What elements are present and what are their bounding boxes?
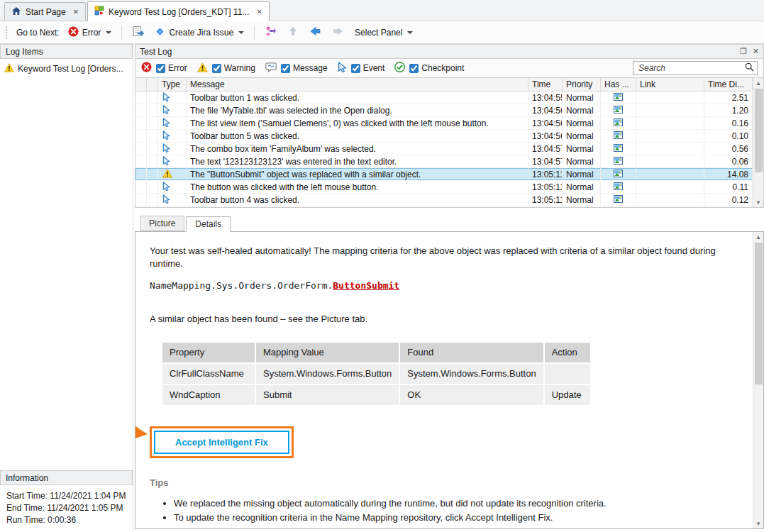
message-checkbox[interactable] xyxy=(281,64,290,73)
go-to-next-error-dropdown[interactable]: Error xyxy=(65,24,116,41)
header-action: Action xyxy=(545,343,590,362)
log-items-tree: Keyword Test Log [Orders... xyxy=(0,59,133,470)
event-icon xyxy=(162,156,170,167)
back-arrow-icon xyxy=(309,26,321,39)
search-box[interactable] xyxy=(633,61,758,75)
col-message[interactable]: Message xyxy=(187,78,528,91)
jira-icon xyxy=(155,26,165,39)
post-issue-button[interactable] xyxy=(128,23,148,42)
close-icon[interactable]: ✕ xyxy=(73,9,79,16)
log-row[interactable]: Toolbar button 5 was clicked. 13:04:56 N… xyxy=(135,130,753,143)
search-input[interactable] xyxy=(638,63,745,73)
log-table-header: Type Message Time Priority Has ... Link … xyxy=(135,78,753,92)
create-jira-issue-button[interactable]: Create Jira Issue xyxy=(151,24,248,41)
log-row[interactable]: Toolbar button 4 was clicked. 13:05:11 N… xyxy=(135,194,753,206)
log-row-selected[interactable]: The "ButtonSubmit" object was replaced w… xyxy=(135,168,753,181)
scrollbar-thumb[interactable] xyxy=(755,89,763,172)
tab-label: Keyword Test Log [Orders_KDT] 11... xyxy=(109,7,249,17)
log-row[interactable]: Toolbar button 1 was clicked. 13:04:55 N… xyxy=(135,92,753,104)
filter-checkpoint[interactable]: Checkpoint xyxy=(409,63,464,73)
chevron-down-icon xyxy=(407,31,413,34)
checkpoint-icon xyxy=(394,62,405,74)
table-row: WndCaption Submit OK Update xyxy=(162,385,590,405)
tab-details[interactable]: Details xyxy=(186,216,231,232)
event-checkbox[interactable] xyxy=(351,64,360,73)
details-scrollbar[interactable]: ▲ ▼ xyxy=(753,232,763,528)
error-dropdown-label: Error xyxy=(82,28,101,38)
event-icon xyxy=(162,194,170,206)
event-icon xyxy=(162,105,170,116)
log-row[interactable]: The button was clicked with the left mou… xyxy=(135,181,753,194)
scroll-up-icon[interactable]: ▲ xyxy=(753,232,764,242)
col-has[interactable]: Has ... xyxy=(601,78,636,91)
filter-warning[interactable]: Warning xyxy=(212,63,255,73)
similar-found-text: A similar object has been found – see th… xyxy=(150,313,734,326)
chevron-down-icon xyxy=(106,31,111,34)
warning-icon xyxy=(197,62,208,74)
select-panel-dropdown[interactable]: Select Panel xyxy=(351,26,416,40)
col-time-diff[interactable]: Time Di... xyxy=(704,78,753,91)
picture-icon xyxy=(614,157,623,167)
mapping-object-link[interactable]: ButtonSubmit xyxy=(333,280,399,291)
tab-label: Start Page xyxy=(26,7,66,17)
orange-arrow-icon xyxy=(135,421,148,447)
event-icon xyxy=(162,118,170,129)
filter-error-label: Error xyxy=(168,63,187,73)
previous-result-button[interactable] xyxy=(306,23,325,41)
table-header-row: Property Mapping Value Found Action xyxy=(162,343,590,362)
up-one-level-button[interactable] xyxy=(284,23,302,41)
close-panel-icon[interactable]: ✕ xyxy=(753,47,759,56)
tab-keyword-test-log[interactable]: Keyword Test Log [Orders_KDT] 11... ✕ xyxy=(87,1,270,21)
checkpoint-checkbox[interactable] xyxy=(409,64,419,73)
filter-event[interactable]: Event xyxy=(351,63,385,73)
event-icon xyxy=(162,182,170,193)
picture-icon xyxy=(614,195,623,205)
message-icon xyxy=(265,62,277,74)
col-type[interactable]: Type xyxy=(158,78,187,91)
cell-action[interactable]: Update xyxy=(545,385,590,405)
main-toolbar: Go to Next: Error Create Jira Issue Sele… xyxy=(0,21,764,44)
restore-panel-icon[interactable]: ❐ xyxy=(740,47,747,56)
enable-self-healing-link[interactable]: Enable Self-Healing mode xyxy=(514,526,621,528)
log-row[interactable]: The file 'MyTable.tbl' was selected in t… xyxy=(135,104,753,117)
filter-event-label: Event xyxy=(363,63,385,73)
scroll-down-icon[interactable]: ▼ xyxy=(753,197,764,207)
log-row[interactable]: The text '123123123123' was entered in t… xyxy=(135,155,753,168)
col-expand[interactable] xyxy=(135,78,147,91)
filter-message[interactable]: Message xyxy=(281,63,328,73)
scroll-up-icon[interactable]: ▲ xyxy=(753,78,764,88)
picture-icon xyxy=(614,93,623,103)
log-row[interactable]: The combo box item 'FamilyAlbum' was sel… xyxy=(135,143,753,155)
tab-start-page[interactable]: Start Page ✕ xyxy=(4,2,86,21)
col-icon[interactable] xyxy=(147,78,158,91)
log-row[interactable]: The list view item ('Samuel Clemens', 0)… xyxy=(135,117,753,130)
tab-picture[interactable]: Picture xyxy=(140,216,184,231)
accept-intelligent-fix-button[interactable]: Accept Intelligent Fix xyxy=(154,431,289,454)
create-jira-issue-label: Create Jira Issue xyxy=(169,28,233,38)
log-table-scrollbar[interactable]: ▲ ▼ xyxy=(753,78,763,207)
scroll-down-icon[interactable]: ▼ xyxy=(753,519,764,528)
col-time[interactable]: Time xyxy=(528,78,563,91)
up-arrow-icon xyxy=(287,26,299,39)
filter-error[interactable]: Error xyxy=(156,63,187,73)
close-icon[interactable]: ✕ xyxy=(256,9,262,16)
search-icon[interactable] xyxy=(745,62,754,74)
information-header: Information xyxy=(0,470,133,485)
col-link[interactable]: Link xyxy=(636,78,704,91)
jump-to-source-button[interactable] xyxy=(261,23,280,41)
toolbar-grip[interactable] xyxy=(6,26,9,39)
tab-picture-label: Picture xyxy=(149,218,175,228)
start-time: Start Time: 11/24/2021 1:04 PM xyxy=(6,490,126,502)
warning-checkbox[interactable] xyxy=(212,64,221,73)
log-items-header: Log Items xyxy=(0,44,133,59)
error-icon xyxy=(141,62,152,74)
col-priority[interactable]: Priority xyxy=(563,78,601,91)
next-result-button[interactable] xyxy=(328,23,348,41)
tip-item: To cancel automatic replacement of missi… xyxy=(174,525,734,528)
error-checkbox[interactable] xyxy=(156,64,165,73)
picture-icon xyxy=(614,106,623,116)
accept-fix-area: Accept Intelligent Fix xyxy=(150,426,294,458)
picture-icon xyxy=(614,131,623,141)
tree-item-keyword-test-log[interactable]: Keyword Test Log [Orders... xyxy=(1,62,131,76)
scrollbar-thumb[interactable] xyxy=(755,243,763,384)
